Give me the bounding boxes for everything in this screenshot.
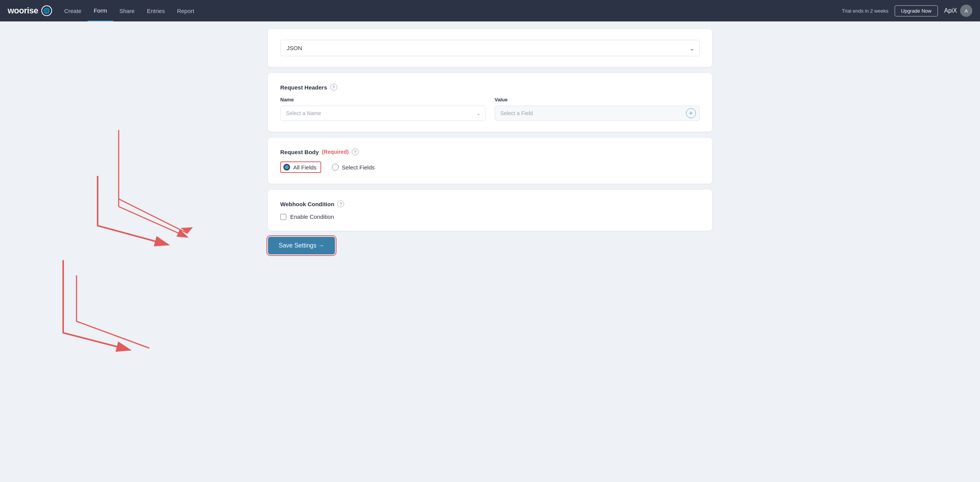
all-fields-label-text: All Fields bbox=[293, 164, 317, 171]
request-body-radio-group: All Fields Select Fields bbox=[280, 161, 700, 173]
webhook-condition-label: Webhook Condition bbox=[280, 201, 334, 207]
user-area[interactable]: ApiX A bbox=[944, 5, 972, 17]
select-fields-radio[interactable] bbox=[332, 164, 339, 171]
select-fields-radio-label[interactable]: Select Fields bbox=[332, 164, 375, 171]
brand-area: woorise 🌐 bbox=[8, 5, 52, 16]
name-field-label: Name bbox=[280, 97, 485, 103]
value-field-group: Value + bbox=[495, 97, 700, 121]
save-settings-area: Save Settings → bbox=[268, 237, 712, 254]
trial-text: Trial ends in 2 weeks bbox=[842, 8, 889, 14]
main-content: JSON ⌄ Request Headers ? Name Select a N… bbox=[0, 21, 980, 277]
json-card: JSON ⌄ bbox=[268, 29, 712, 67]
request-body-label: Request Body bbox=[280, 149, 319, 155]
request-body-card: Request Body (Required) ? All Fields Sel… bbox=[268, 138, 712, 184]
save-settings-button[interactable]: Save Settings → bbox=[268, 237, 335, 254]
name-field-group: Name Select a Name ⌄ bbox=[280, 97, 485, 121]
webhook-condition-title: Webhook Condition ? bbox=[280, 200, 700, 207]
all-fields-radio[interactable] bbox=[283, 164, 290, 171]
username-label: ApiX bbox=[944, 7, 957, 14]
request-body-help-icon[interactable]: ? bbox=[352, 148, 359, 155]
nav-menu: Create Form Share Entries Report bbox=[58, 0, 842, 21]
woorise-logo: woorise bbox=[8, 6, 38, 16]
request-headers-help-icon[interactable]: ? bbox=[330, 84, 337, 91]
select-fields-label-text: Select Fields bbox=[342, 164, 375, 171]
nav-form[interactable]: Form bbox=[88, 0, 113, 21]
webhook-condition-help-icon[interactable]: ? bbox=[337, 200, 344, 207]
nav-share[interactable]: Share bbox=[113, 0, 141, 21]
enable-condition-checkbox[interactable] bbox=[280, 214, 286, 220]
nav-report[interactable]: Report bbox=[171, 0, 200, 21]
select-name-dropdown[interactable]: Select a Name bbox=[280, 106, 485, 121]
json-select[interactable]: JSON bbox=[280, 40, 700, 56]
enable-condition-text: Enable Condition bbox=[290, 213, 334, 220]
headers-grid: Name Select a Name ⌄ Value + bbox=[280, 97, 700, 121]
nav-create[interactable]: Create bbox=[58, 0, 88, 21]
globe-icon[interactable]: 🌐 bbox=[41, 5, 52, 16]
navbar-right: Trial ends in 2 weeks Upgrade Now ApiX A bbox=[842, 5, 972, 17]
request-body-title: Request Body (Required) ? bbox=[280, 148, 700, 155]
json-select-wrapper: JSON ⌄ bbox=[280, 40, 700, 56]
arrow-save-settings bbox=[77, 275, 149, 348]
name-select-wrapper: Select a Name ⌄ bbox=[280, 106, 485, 121]
required-badge: (Required) bbox=[322, 149, 349, 155]
content-wrapper: JSON ⌄ Request Headers ? Name Select a N… bbox=[260, 29, 720, 270]
request-headers-card: Request Headers ? Name Select a Name ⌄ V… bbox=[268, 73, 712, 132]
enable-condition-label[interactable]: Enable Condition bbox=[280, 213, 700, 220]
webhook-condition-card: Webhook Condition ? Enable Condition bbox=[268, 190, 712, 231]
all-fields-radio-label[interactable]: All Fields bbox=[283, 164, 317, 171]
add-field-button[interactable]: + bbox=[686, 108, 696, 118]
request-headers-title: Request Headers ? bbox=[280, 84, 700, 91]
nav-entries[interactable]: Entries bbox=[141, 0, 171, 21]
value-field-wrapper: + bbox=[495, 106, 700, 121]
upgrade-button[interactable]: Upgrade Now bbox=[895, 5, 938, 16]
navbar: woorise 🌐 Create Form Share Entries Repo… bbox=[0, 0, 980, 21]
avatar: A bbox=[960, 5, 972, 17]
value-input-field[interactable] bbox=[495, 106, 700, 121]
value-field-label: Value bbox=[495, 97, 700, 103]
request-headers-label: Request Headers bbox=[280, 84, 327, 91]
all-fields-highlight: All Fields bbox=[280, 161, 321, 173]
